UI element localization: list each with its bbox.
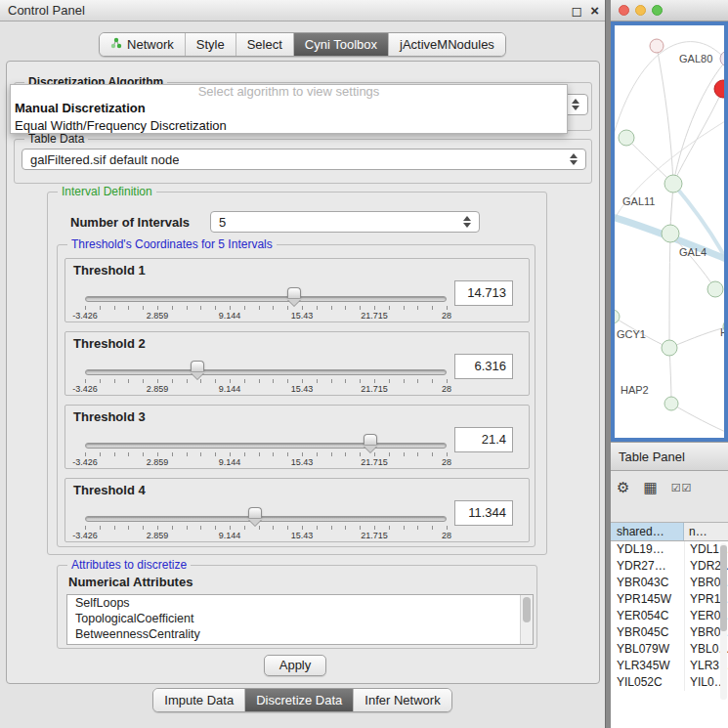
- threshold-slider-track[interactable]: [85, 296, 447, 302]
- tick-label: 9.144: [219, 531, 241, 540]
- table-row[interactable]: YDR27…YDR2…: [611, 558, 728, 575]
- dropdown-option-manual-discretization[interactable]: Manual Discretization: [11, 100, 567, 117]
- checkboxes-icon[interactable]: ☑☑: [671, 477, 693, 498]
- table-panel-header[interactable]: Table Panel: [611, 442, 728, 471]
- table-row[interactable]: YDL19…YDL1…: [611, 541, 728, 558]
- network-node[interactable]: [707, 281, 723, 297]
- network-edge[interactable]: [669, 326, 724, 348]
- tab-impute-data[interactable]: Impute Data: [153, 689, 244, 711]
- network-node-label: GAL80: [679, 53, 712, 64]
- network-node[interactable]: [662, 340, 677, 356]
- network-view-frame: GAL80GAL11GAL4GCY1HAP2H: [611, 21, 728, 442]
- network-canvas[interactable]: GAL80GAL11GAL4GCY1HAP2H: [615, 25, 724, 438]
- table-row[interactable]: YER054CYER0…: [611, 608, 728, 624]
- threshold-slider-thumb[interactable]: [191, 361, 204, 371]
- scrollbar-thumb[interactable]: [523, 597, 531, 622]
- tab-infer-network[interactable]: Infer Network: [353, 689, 450, 711]
- threshold-value-field[interactable]: 14.713: [454, 280, 513, 306]
- table-cell[interactable]: YER054C: [611, 608, 684, 624]
- table-cell[interactable]: YLR345W: [611, 658, 684, 674]
- threshold-slider-track[interactable]: [85, 369, 447, 375]
- network-edge[interactable]: [671, 404, 724, 434]
- number-of-intervals-combobox[interactable]: 5: [210, 211, 480, 233]
- table-cell[interactable]: YDL19…: [611, 541, 684, 558]
- close-window-icon[interactable]: ×: [590, 4, 599, 18]
- table-cell[interactable]: YDR27…: [611, 558, 684, 575]
- network-node[interactable]: [615, 310, 620, 323]
- table-cell[interactable]: YBL079W: [611, 641, 684, 658]
- table-cell[interactable]: YPR145W: [611, 591, 684, 608]
- threshold-value-field[interactable]: 21.4: [454, 427, 513, 452]
- tick-label: 2.859: [147, 384, 169, 394]
- network-node[interactable]: [714, 80, 724, 98]
- slider-tick-marks: [85, 306, 448, 310]
- tab-style[interactable]: Style: [185, 33, 236, 56]
- tick-label: 28: [442, 311, 451, 321]
- close-light-icon[interactable]: [619, 5, 629, 16]
- tab-label: Network: [127, 37, 174, 52]
- table-row[interactable]: YPR145WYPR1…: [611, 591, 728, 608]
- column-header-name[interactable]: n…: [684, 523, 728, 540]
- network-node-label: GAL11: [622, 195, 655, 207]
- bottom-tabbar: Impute Data Discretize Data Infer Networ…: [0, 688, 605, 712]
- table-cell[interactable]: YBR043C: [611, 575, 684, 591]
- threshold-1-panel: Threshold 1 -3.426 2.859 9.144 15.43 21.…: [64, 258, 530, 322]
- table-cell[interactable]: YIL052C: [611, 674, 684, 691]
- combobox-arrows-icon: [457, 216, 471, 228]
- tab-jactivemnodules[interactable]: jActiveMNodules: [388, 33, 505, 56]
- network-edge[interactable]: [673, 89, 723, 184]
- tab-network[interactable]: Network: [100, 33, 185, 56]
- network-node-label: HAP2: [621, 384, 649, 396]
- columns-icon[interactable]: ▦: [643, 477, 657, 498]
- tick-label: 9.144: [219, 457, 241, 467]
- table-row[interactable]: YBL079WYBL0…: [611, 641, 728, 658]
- network-node[interactable]: [720, 51, 724, 66]
- float-window-icon[interactable]: ◻: [572, 4, 583, 18]
- threshold-slider-track[interactable]: [85, 443, 447, 449]
- network-node[interactable]: [664, 175, 682, 193]
- table-row[interactable]: YBR045CYBR0…: [611, 624, 728, 641]
- threshold-slider-track[interactable]: [85, 516, 447, 522]
- slider-tick-marks: [85, 379, 448, 383]
- numerical-attributes-label: Numerical Attributes: [68, 575, 193, 589]
- apply-button[interactable]: Apply: [264, 655, 326, 676]
- network-edge[interactable]: [673, 184, 724, 275]
- network-node-label: GCY1: [617, 328, 646, 340]
- table-row[interactable]: YLR345WYLR3…: [611, 658, 728, 674]
- tick-label: 2.859: [147, 311, 169, 321]
- list-item[interactable]: SelfLoops: [67, 595, 533, 611]
- network-edge[interactable]: [669, 348, 671, 404]
- minimize-light-icon[interactable]: [635, 5, 646, 16]
- tick-label: 21.715: [361, 311, 388, 321]
- tab-discretize-data[interactable]: Discretize Data: [244, 689, 353, 711]
- dropdown-option-equal-width-frequency[interactable]: Equal Width/Frequency Discretization: [11, 117, 567, 135]
- list-vertical-scrollbar[interactable]: [520, 595, 533, 644]
- table-cell[interactable]: YBR045C: [611, 624, 684, 641]
- table-row[interactable]: YIL052CYIL0…: [611, 674, 728, 691]
- threshold-slider-thumb[interactable]: [248, 507, 262, 518]
- threshold-slider-thumb[interactable]: [287, 287, 301, 298]
- threshold-value-field[interactable]: 11.344: [454, 500, 513, 526]
- network-node[interactable]: [650, 39, 664, 53]
- threshold-value-field[interactable]: 6.316: [454, 354, 513, 379]
- gear-icon[interactable]: ⚙: [617, 477, 629, 498]
- column-header-shared[interactable]: shared…: [611, 523, 684, 540]
- table-vertical-scrollbar[interactable]: [720, 543, 727, 700]
- table-data-combobox[interactable]: galFiltered.sif default node: [21, 149, 586, 170]
- tab-label: Cyni Toolbox: [305, 37, 377, 52]
- scrollbar-thumb[interactable]: [720, 545, 727, 631]
- network-node[interactable]: [664, 397, 678, 410]
- network-node[interactable]: [662, 225, 679, 242]
- threshold-slider-thumb[interactable]: [364, 434, 377, 445]
- zoom-light-icon[interactable]: [652, 5, 663, 16]
- network-edge[interactable]: [673, 59, 724, 184]
- network-node[interactable]: [619, 130, 634, 146]
- tab-cyni-toolbox[interactable]: Cyni Toolbox: [293, 33, 388, 56]
- network-edge[interactable]: [669, 234, 670, 348]
- list-item[interactable]: BetweennessCentrality: [67, 626, 533, 642]
- tab-select[interactable]: Select: [236, 33, 293, 56]
- combobox-arrows-icon: [566, 99, 579, 110]
- table-body: YDL19…YDL1… YDR27…YDR2… YBR043CYBR0… YPR…: [611, 541, 728, 728]
- list-item[interactable]: TopologicalCoefficient: [67, 611, 533, 626]
- table-row[interactable]: YBR043CYBR0…: [611, 575, 728, 591]
